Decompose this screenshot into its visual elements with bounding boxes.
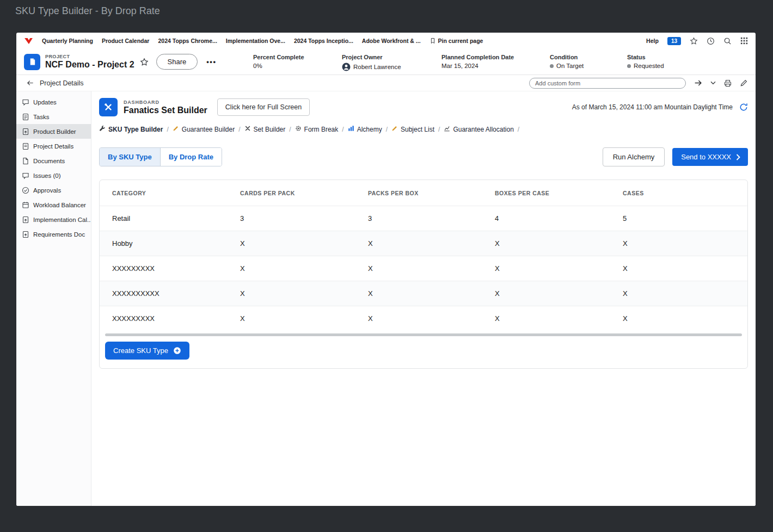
- refresh-icon[interactable]: [739, 103, 748, 112]
- send-to-button[interactable]: Send to XXXXX: [672, 148, 748, 166]
- sidebar-label: Product Builder: [33, 128, 76, 135]
- pin-current-page-button[interactable]: Pin current page: [430, 38, 483, 44]
- app-window: Quarterly Planning Product Calendar 2024…: [16, 33, 756, 506]
- help-link[interactable]: Help: [646, 38, 659, 44]
- table-row[interactable]: XXXXXXXXX X X X X: [100, 256, 747, 281]
- bookmark-item[interactable]: 2024 Topps Inceptio...: [294, 38, 353, 44]
- bookmark-item[interactable]: Implementation Ove...: [226, 38, 285, 44]
- nav-link-guarantee-builder[interactable]: Guarantee Builder: [173, 125, 235, 133]
- cell-cards-per-pack: X: [240, 239, 368, 248]
- create-sku-type-button[interactable]: Create SKU Type: [105, 342, 189, 360]
- table-header-row: CATEGORY CARDS PER PACK PACKS PER BOX BO…: [100, 180, 747, 206]
- search-icon[interactable]: [723, 37, 732, 45]
- back-label[interactable]: Project Details: [40, 79, 84, 87]
- field-planned-completion: Planned Completion Date Mar 15, 2024: [441, 54, 514, 69]
- sidebar-item-approvals[interactable]: Approvals: [16, 183, 91, 197]
- sidebar-item-workload-balancer[interactable]: Workload Balancer: [16, 197, 91, 212]
- tab-by-sku-type[interactable]: By SKU Type: [100, 148, 160, 166]
- bookmark-item[interactable]: 2024 Topps Chrome...: [158, 38, 217, 44]
- cell-cards-per-pack: X: [240, 314, 368, 323]
- dashboard-eyebrow: DASHBOARD: [124, 100, 207, 105]
- table-row[interactable]: Hobby X X X X: [100, 231, 747, 256]
- more-options-button[interactable]: •••: [206, 58, 216, 66]
- sidebar-item-implementation-calendar[interactable]: Implementation Cal...: [16, 212, 91, 227]
- doc-icon: [22, 216, 29, 224]
- bookmarks-bar: Quarterly Planning Product Calendar 2024…: [16, 33, 756, 49]
- table-row[interactable]: XXXXXXXXXX X X X X: [100, 281, 747, 306]
- comment-icon: [22, 98, 29, 106]
- pin-label: Pin current page: [438, 38, 483, 44]
- run-alchemy-button[interactable]: Run Alchemy: [603, 147, 665, 166]
- line-chart-icon: [444, 125, 450, 133]
- column-header: CARDS PER PACK: [240, 190, 368, 196]
- bookmark-item[interactable]: Product Calendar: [102, 38, 150, 44]
- sidebar-label: Documents: [33, 158, 65, 164]
- cell-packs-per-box: 3: [368, 214, 495, 222]
- apps-grid-icon[interactable]: [740, 37, 748, 45]
- nav-link-form-break[interactable]: Form Break: [295, 125, 339, 133]
- chevron-down-icon[interactable]: [710, 81, 716, 85]
- project-header: PROJECT NCF Demo - Project 2 Share ••• P…: [16, 49, 756, 75]
- notification-badge[interactable]: 13: [667, 37, 681, 45]
- workfront-logo-icon[interactable]: [24, 38, 33, 45]
- cell-cases: X: [623, 264, 735, 273]
- bookmark-item[interactable]: Adobe Workfront & ...: [362, 38, 421, 44]
- nav-link-alchemy[interactable]: Alchemy: [348, 125, 382, 133]
- cell-boxes-per-case: X: [495, 239, 623, 248]
- edit-pencil-icon[interactable]: [740, 79, 748, 87]
- cell-category: XXXXXXXXX: [112, 264, 240, 273]
- chevron-right-icon: [736, 154, 740, 160]
- clock-icon[interactable]: [707, 37, 715, 45]
- project-app-icon[interactable]: [24, 54, 40, 70]
- view-tab-group: By SKU Type By Drop Rate: [99, 147, 222, 166]
- field-label: Project Owner: [342, 54, 401, 60]
- tabs-and-actions: By SKU Type By Drop Rate Run Alchemy Sen…: [99, 147, 748, 166]
- sidebar-label: Approvals: [33, 187, 61, 194]
- sidebar-label: Updates: [33, 99, 57, 106]
- main-content: DASHBOARD Fanatics Set Builder Click her…: [91, 91, 756, 506]
- project-eyebrow: PROJECT: [45, 54, 134, 59]
- nav-link-set-builder[interactable]: Set Builder: [244, 125, 286, 133]
- cell-cards-per-pack: X: [240, 289, 368, 298]
- nav-link-subject-list[interactable]: Subject List: [391, 125, 434, 133]
- share-button[interactable]: Share: [156, 54, 198, 70]
- bar-chart-icon: [348, 125, 354, 133]
- cell-cards-per-pack: 3: [240, 214, 368, 222]
- table-row[interactable]: XXXXXXXXX X X X X: [100, 306, 747, 331]
- sidebar-item-requirements-doc[interactable]: Requirements Doc: [16, 227, 91, 242]
- field-value: Robert Lawrence: [353, 64, 401, 70]
- status-dot: [627, 64, 631, 68]
- column-header: CATEGORY: [112, 190, 240, 196]
- sidebar-item-updates[interactable]: Updates: [16, 95, 91, 109]
- fullscreen-button[interactable]: Click here for Full Screen: [217, 98, 310, 116]
- plus-circle-icon: [173, 347, 181, 355]
- dashboard-title-block: DASHBOARD Fanatics Set Builder: [124, 100, 207, 115]
- sidebar-label: Tasks: [33, 114, 49, 120]
- nav-link-guarantee-allocation[interactable]: Guarantee Allocation: [444, 125, 513, 133]
- sidebar-item-documents[interactable]: Documents: [16, 153, 91, 168]
- table-row[interactable]: Retail 3 3 4 5: [100, 206, 747, 231]
- sidebar-item-issues[interactable]: Issues (0): [16, 168, 91, 183]
- printer-icon[interactable]: [723, 79, 732, 88]
- check-circle-icon: [22, 187, 29, 194]
- back-arrow-icon[interactable]: [26, 79, 34, 87]
- star-icon[interactable]: [690, 37, 698, 45]
- cell-packs-per-box: X: [368, 239, 495, 248]
- field-value: Mar 15, 2024: [441, 63, 514, 69]
- favorite-star-icon[interactable]: [140, 58, 149, 66]
- wrench-icon: [99, 125, 106, 133]
- dashboard-nav-links: SKU Type Builder / Guarantee Builder / S…: [99, 125, 748, 133]
- tab-by-drop-rate[interactable]: By Drop Rate: [160, 148, 222, 166]
- sidebar-item-tasks[interactable]: Tasks: [16, 109, 91, 124]
- forward-arrow-icon[interactable]: [694, 78, 703, 88]
- sidebar-item-project-details[interactable]: Project Details: [16, 139, 91, 153]
- horizontal-scrollbar[interactable]: [105, 333, 742, 336]
- nav-link-sku-type-builder[interactable]: SKU Type Builder: [99, 125, 163, 133]
- sidebar-item-product-builder[interactable]: Product Builder: [16, 124, 91, 139]
- cell-boxes-per-case: X: [495, 314, 623, 323]
- cell-category: Retail: [112, 214, 240, 222]
- custom-form-input[interactable]: [529, 78, 686, 89]
- bookmark-item[interactable]: Quarterly Planning: [42, 38, 93, 44]
- owner-avatar: [342, 63, 351, 71]
- cell-cases: 5: [623, 214, 735, 222]
